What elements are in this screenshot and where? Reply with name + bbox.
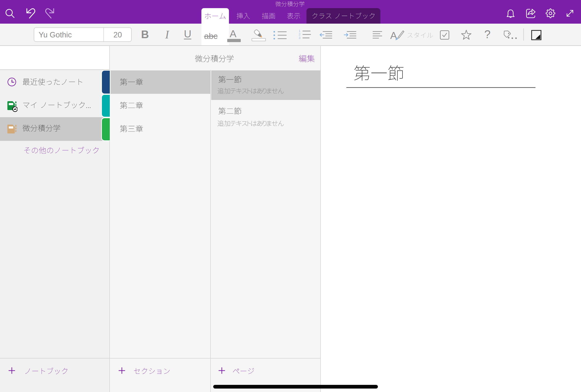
svg-text:2: 2 xyxy=(299,32,301,36)
svg-text:1: 1 xyxy=(299,29,301,33)
svg-text:3: 3 xyxy=(299,36,301,40)
